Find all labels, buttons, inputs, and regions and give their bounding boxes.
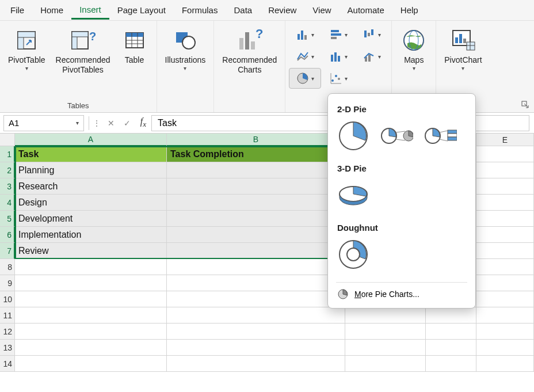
cell[interactable]	[167, 356, 345, 372]
row-header[interactable]: 5	[0, 211, 15, 227]
cell-b2[interactable]	[167, 162, 345, 178]
cell-a1[interactable]: Task	[15, 146, 167, 162]
row-header[interactable]: 6	[0, 227, 15, 243]
cell[interactable]	[167, 291, 345, 307]
recommended-charts-button[interactable]: ? Recommended Charts	[219, 24, 280, 100]
cell-b7[interactable]	[167, 243, 345, 259]
line-chart-button[interactable]: ▾	[289, 46, 321, 67]
more-pie-charts-button[interactable]: More Pie Charts...	[336, 282, 467, 303]
menu-home[interactable]: Home	[32, 2, 71, 18]
menu-view[interactable]: View	[304, 2, 339, 18]
row-header[interactable]: 8	[0, 259, 15, 275]
cell[interactable]	[426, 356, 476, 372]
cell-b1[interactable]: Task Completion	[167, 146, 345, 162]
cell[interactable]	[426, 307, 476, 324]
row-header[interactable]: 9	[0, 275, 15, 291]
row-header[interactable]: 2	[0, 162, 15, 178]
cell[interactable]	[15, 356, 167, 372]
cell[interactable]	[345, 324, 426, 340]
cell[interactable]	[345, 307, 426, 324]
pie-3d-option[interactable]	[337, 179, 369, 211]
cell[interactable]	[476, 227, 534, 243]
menu-page-layout[interactable]: Page Layout	[109, 2, 174, 18]
waterfall-chart-button[interactable]: ▾	[356, 24, 388, 45]
cell-b3[interactable]	[167, 178, 345, 195]
column-chart-button[interactable]: ▾	[289, 24, 321, 45]
fx-button[interactable]: fx	[135, 115, 151, 131]
pivot-table-button[interactable]: PivotTable ▾	[5, 24, 49, 100]
doughnut-option[interactable]	[337, 238, 369, 271]
cell[interactable]	[426, 340, 476, 356]
cell[interactable]	[476, 259, 534, 275]
row-header[interactable]: 12	[0, 324, 15, 340]
bar-chart-button[interactable]: ▾	[322, 24, 354, 45]
pivot-chart-button[interactable]: PivotChart ▾	[441, 24, 485, 100]
cell-b5[interactable]	[167, 211, 345, 227]
row-header[interactable]: 1	[0, 146, 15, 162]
cell[interactable]	[15, 324, 167, 340]
cell[interactable]	[167, 324, 345, 340]
cell-a2[interactable]: Planning	[15, 162, 167, 178]
menu-formulas[interactable]: Formulas	[174, 2, 226, 18]
cell[interactable]	[476, 307, 534, 324]
name-box[interactable]: A1 ▾	[3, 115, 84, 131]
cell[interactable]	[345, 340, 426, 356]
scatter-chart-button[interactable]: ▾	[322, 68, 354, 89]
cell-a4[interactable]: Design	[15, 195, 167, 211]
cell[interactable]	[476, 291, 534, 307]
table-button[interactable]: Table	[117, 24, 152, 100]
cell-a7[interactable]: Review	[15, 243, 167, 259]
menu-data[interactable]: Data	[226, 2, 260, 18]
cell-e1[interactable]	[476, 146, 534, 162]
cell[interactable]	[476, 340, 534, 356]
cell[interactable]	[167, 275, 345, 291]
dialog-launcher-icon[interactable]	[520, 100, 531, 110]
row-header[interactable]: 4	[0, 195, 15, 211]
cell[interactable]	[426, 324, 476, 340]
stats-chart-button[interactable]: ▾	[322, 46, 354, 67]
cell[interactable]	[476, 356, 534, 372]
cell-a3[interactable]: Research	[15, 178, 167, 195]
cell-a6[interactable]: Implementation	[15, 227, 167, 243]
row-header[interactable]: 10	[0, 291, 15, 307]
cell[interactable]	[476, 275, 534, 291]
cancel-formula-button[interactable]: ✕	[103, 115, 119, 131]
pie-2d-option[interactable]	[337, 120, 369, 152]
row-header[interactable]: 7	[0, 243, 15, 259]
pie-chart-button[interactable]: ▾	[289, 68, 321, 89]
illustrations-button[interactable]: Illustrations ▾	[162, 24, 209, 100]
cell[interactable]	[476, 162, 534, 178]
menu-file[interactable]: File	[2, 2, 32, 18]
row-header[interactable]: 13	[0, 340, 15, 356]
cell[interactable]	[15, 291, 167, 307]
cell[interactable]	[167, 340, 345, 356]
bar-of-pie-option[interactable]	[425, 124, 457, 147]
row-header[interactable]: 11	[0, 307, 15, 324]
cell[interactable]	[15, 340, 167, 356]
cell[interactable]	[476, 243, 534, 259]
row-header[interactable]: 14	[0, 356, 15, 372]
cell-b4[interactable]	[167, 195, 345, 211]
cell[interactable]	[345, 356, 426, 372]
cell-a5[interactable]: Development	[15, 211, 167, 227]
menu-review[interactable]: Review	[260, 2, 304, 18]
maps-button[interactable]: Maps ▾	[396, 24, 431, 100]
cell[interactable]	[167, 307, 345, 324]
menu-automate[interactable]: Automate	[340, 2, 392, 18]
menu-insert[interactable]: Insert	[71, 1, 109, 20]
cell[interactable]	[15, 275, 167, 291]
col-header-a[interactable]: A	[15, 134, 167, 146]
cell-b6[interactable]	[167, 227, 345, 243]
select-all-corner[interactable]	[0, 134, 15, 146]
recommended-pivot-button[interactable]: ? Recommended PivotTables	[52, 24, 114, 100]
cell[interactable]	[15, 307, 167, 324]
combo-chart-button[interactable]: ▾	[356, 46, 388, 67]
cell[interactable]	[476, 211, 534, 227]
enter-formula-button[interactable]: ✓	[119, 115, 135, 131]
cell[interactable]	[476, 324, 534, 340]
cell[interactable]	[476, 195, 534, 211]
cell[interactable]	[167, 259, 345, 275]
row-header[interactable]: 3	[0, 178, 15, 195]
menu-help[interactable]: Help	[392, 2, 426, 18]
col-header-b[interactable]: B	[167, 134, 345, 146]
